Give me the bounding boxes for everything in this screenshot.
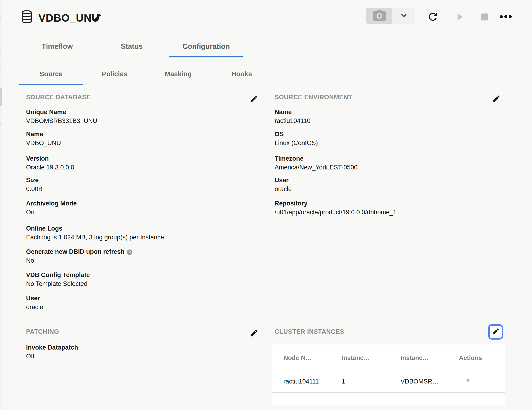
- left-edge-scrollbar-thumb: [0, 88, 2, 106]
- cluster-instances-edit-button-focused[interactable]: [488, 324, 503, 340]
- field-label: Unique Name: [26, 108, 97, 116]
- patching-edit-pencil-icon[interactable]: [249, 329, 259, 338]
- rename-pencil-icon[interactable]: [93, 13, 103, 23]
- field-env-user: User oracle: [275, 176, 292, 193]
- ellipsis-icon: [500, 15, 512, 18]
- subtab-masking[interactable]: Masking: [146, 70, 210, 78]
- tab-timeflow[interactable]: Timeflow: [20, 43, 95, 50]
- source-database-edit-pencil-icon[interactable]: [249, 94, 259, 104]
- stop-button[interactable]: [481, 13, 488, 20]
- edge-divider: [0, 124, 2, 125]
- database-icon: [20, 9, 33, 25]
- left-edge-panel: [0, 0, 2, 410]
- edge-divider: [0, 70, 2, 70]
- cell-instance-name: VDBOMSR…: [400, 378, 439, 385]
- help-icon[interactable]: ?: [127, 249, 133, 255]
- field-label: Name: [26, 130, 61, 138]
- field-value: Each log is 1,024 MB, 3 log group(s) per…: [26, 233, 164, 241]
- active-subtab-underline: [19, 84, 83, 85]
- source-database-title: SOURCE DATABASE: [26, 94, 91, 101]
- field-label: OS: [275, 130, 318, 138]
- edge-divider: [0, 50, 2, 51]
- field-value: No Template Selected: [26, 280, 90, 288]
- refresh-icon: [427, 19, 439, 23]
- field-label: Archivelog Mode: [26, 200, 77, 207]
- field-label: Timezone: [275, 155, 357, 163]
- field-os: OS Linux (CentOS): [275, 130, 318, 147]
- cluster-instances-title: CLUSTER INSTANCES: [275, 328, 344, 335]
- table-row[interactable]: ractiu104111 1 VDBOMSR…: [272, 370, 505, 393]
- field-value: Linux (CentOS): [275, 139, 318, 147]
- tabs-divider: [13, 57, 514, 57]
- field-label: Name: [275, 108, 310, 116]
- table-header-row: Node N… Instanc… Instanc… Actions: [272, 345, 505, 370]
- field-label: User: [26, 294, 43, 302]
- snapshot-options-button[interactable]: [392, 8, 415, 24]
- field-name: Name VDBO_UNU: [26, 130, 61, 147]
- column-header-instance-number: Instanc…: [342, 354, 370, 362]
- field-env-name: Name ractiu104110: [275, 108, 310, 125]
- pencil-icon: [492, 328, 500, 336]
- play-icon: [455, 18, 465, 23]
- field-label: Size: [26, 176, 43, 184]
- start-button[interactable]: [455, 12, 465, 23]
- field-timezone: Timezone America/New_York,EST-0500: [275, 155, 357, 171]
- field-value: Oracle 19.3.0.0.0: [26, 164, 74, 171]
- field-value: oracle: [275, 185, 292, 193]
- field-value: ractiu104110: [275, 117, 310, 125]
- field-value: America/New_York,EST-0500: [275, 164, 357, 171]
- field-repository: Repository /u01/app/oracle/product/19.0.…: [275, 200, 397, 216]
- field-label: Online Logs: [26, 225, 164, 232]
- table-empty-row: [272, 393, 505, 405]
- patching-title: PATCHING: [26, 328, 59, 335]
- chevron-down-icon: [399, 11, 408, 20]
- tab-status[interactable]: Status: [95, 43, 169, 50]
- field-user: User oracle: [26, 294, 43, 311]
- field-value: VDBOMSRB331B3_UNU: [26, 117, 97, 125]
- subtab-hooks[interactable]: Hooks: [210, 70, 274, 78]
- tab-configuration[interactable]: Configuration: [169, 43, 243, 50]
- field-value: On: [26, 208, 77, 216]
- snapshot-button[interactable]: [366, 8, 392, 24]
- cell-node-name: ractiu104111: [284, 378, 319, 385]
- subtab-policies[interactable]: Policies: [83, 70, 146, 78]
- field-label: Generate new DBID upon refresh?: [26, 248, 133, 256]
- vdb-configuration-page: VDBO_UNU: [0, 0, 532, 410]
- field-generate-new-dbid: Generate new DBID upon refresh? No: [26, 248, 133, 264]
- field-value: 0.00B: [26, 185, 43, 193]
- column-header-node-name: Node N…: [284, 354, 312, 362]
- field-label: Repository: [275, 200, 397, 207]
- page-title: VDBO_UNU: [38, 12, 99, 24]
- row-action-play-icon[interactable]: [464, 377, 471, 385]
- column-header-actions: Actions: [459, 354, 482, 362]
- snapshot-split-button[interactable]: [366, 8, 415, 24]
- field-label: VDB Config Template: [26, 271, 90, 279]
- field-value: No: [26, 257, 133, 264]
- field-size: Size 0.00B: [26, 176, 43, 193]
- field-label: Invoke Datapatch: [26, 344, 78, 351]
- subtabs-divider: [13, 85, 514, 85]
- edge-divider: [0, 18, 2, 18]
- field-value: VDBO_UNU: [26, 139, 61, 147]
- field-online-logs: Online Logs Each log is 1,024 MB, 3 log …: [26, 225, 164, 241]
- column-header-instance-name: Instanc…: [400, 354, 429, 362]
- source-environment-title: SOURCE ENVIRONMENT: [275, 94, 352, 101]
- subtab-source[interactable]: Source: [19, 70, 83, 78]
- refresh-button[interactable]: [427, 11, 439, 24]
- active-tab-underline: [169, 56, 243, 57]
- camera-icon: [372, 9, 387, 22]
- cell-instance-number: 1: [342, 378, 345, 385]
- field-unique-name: Unique Name VDBOMSRB331B3_UNU: [26, 108, 97, 125]
- field-label: Version: [26, 155, 74, 163]
- field-label: User: [275, 176, 292, 184]
- field-value: /u01/app/oracle/product/19.0.0.0/dbhome_…: [275, 208, 397, 216]
- field-invoke-datapatch: Invoke Datapatch Off: [26, 344, 78, 360]
- field-version: Version Oracle 19.3.0.0.0: [26, 155, 74, 171]
- field-archivelog-mode: Archivelog Mode On: [26, 200, 77, 216]
- source-environment-edit-pencil-icon[interactable]: [492, 94, 501, 104]
- field-value: oracle: [26, 303, 43, 311]
- cluster-instances-table: Node N… Instanc… Instanc… Actions ractiu…: [272, 345, 505, 405]
- field-value: Off: [26, 352, 78, 360]
- field-vdb-config-template: VDB Config Template No Template Selected: [26, 271, 90, 288]
- more-options-button[interactable]: [500, 15, 512, 18]
